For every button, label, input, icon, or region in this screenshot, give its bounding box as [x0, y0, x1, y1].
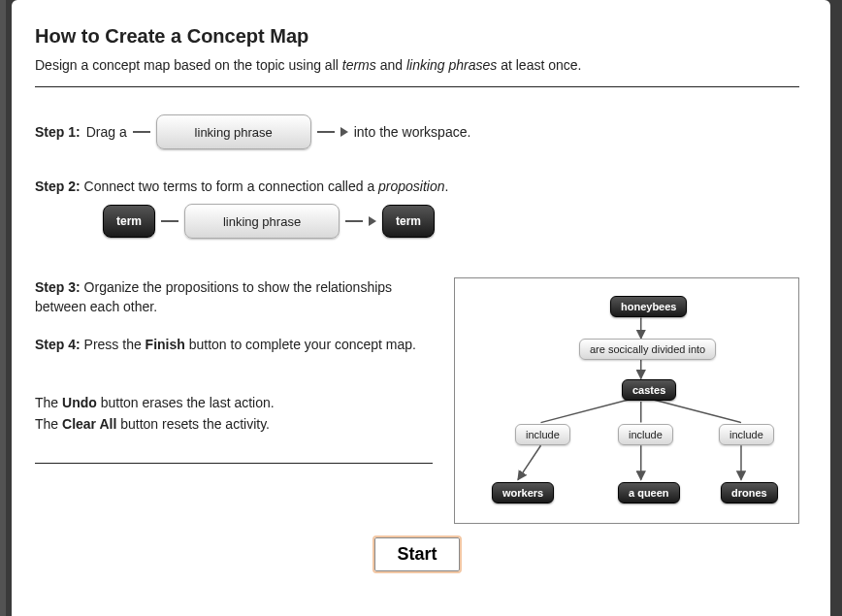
node-divided: are socically divided into — [579, 339, 716, 360]
linking-phrase-token: linking phrase — [156, 114, 311, 149]
arrow-right-icon — [369, 216, 376, 226]
page-title: How to Create a Concept Map — [35, 25, 799, 48]
step-1-pre: Drag a — [86, 124, 127, 140]
undo-bold: Undo — [62, 395, 97, 410]
undo-text: The Undo button erases the last action. — [35, 393, 433, 412]
step-2-pre: Connect two terms to form a connection c… — [84, 178, 378, 194]
step-2-text: Step 2: Connect two terms to form a conn… — [35, 178, 799, 194]
undo-post: button erases the last action. — [97, 395, 275, 410]
node-include-1: include — [515, 424, 570, 445]
step-2-tokens: term linking phrase term — [103, 204, 799, 239]
intro-linking: linking phrases — [406, 57, 497, 73]
step-4-finish: Finish — [146, 337, 185, 352]
svg-line-4 — [654, 400, 741, 423]
clear-post: button resets the activity. — [116, 416, 270, 432]
node-include-2: include — [618, 424, 673, 445]
svg-line-2 — [541, 400, 629, 423]
term-token: term — [103, 205, 155, 238]
arrow-right-icon — [340, 127, 348, 137]
step-4-post: button to complete your concept map. — [185, 337, 416, 352]
clear-bold: Clear All — [62, 416, 116, 432]
connector-line-icon — [345, 220, 363, 222]
step-4-label: Step 4: — [35, 337, 81, 352]
divider — [35, 86, 799, 87]
intro-text: Design a concept map based on the topic … — [35, 57, 799, 73]
instructions-modal: How to Create a Concept Map Design a con… — [12, 0, 830, 616]
clear-pre: The — [35, 416, 62, 432]
divider — [35, 463, 433, 464]
node-include-3: include — [719, 424, 774, 445]
node-honeybees: honeybees — [610, 296, 687, 317]
clear-text: The Clear All button resets the activity… — [35, 414, 433, 434]
start-button[interactable]: Start — [374, 537, 459, 571]
step-1-post: into the workspace. — [354, 124, 471, 140]
step-3-text: Step 3: Organize the propositions to sho… — [35, 277, 433, 317]
connector-line-icon — [133, 131, 150, 133]
connector-line-icon — [161, 220, 178, 222]
node-workers: workers — [492, 482, 554, 503]
svg-line-5 — [518, 445, 541, 479]
intro-prefix: Design a concept map based on the topic … — [35, 57, 342, 73]
node-queen: a queen — [618, 482, 680, 503]
example-diagram: honeybees are socically divided into cas… — [454, 277, 799, 524]
step-3-body: Organize the propositions to show the re… — [35, 279, 392, 314]
left-column: Step 3: Organize the propositions to sho… — [35, 277, 433, 464]
step-2-post: . — [445, 178, 449, 194]
node-drones: drones — [721, 482, 778, 503]
intro-terms: terms — [342, 57, 376, 73]
undo-pre: The — [35, 395, 62, 410]
step-1-label: Step 1: — [35, 124, 81, 140]
node-castes: castes — [622, 379, 676, 401]
connector-line-icon — [317, 131, 335, 133]
step-2-label: Step 2: — [35, 178, 81, 194]
linking-phrase-token: linking phrase — [184, 204, 340, 239]
step-2-em: proposition — [378, 178, 445, 194]
term-token: term — [382, 205, 435, 238]
step-3-label: Step 3: — [35, 279, 81, 295]
intro-mid: and — [376, 57, 406, 73]
sidebar-background — [0, 0, 6, 616]
intro-suffix: at least once. — [497, 57, 581, 73]
step-1-row: Step 1: Drag a linking phrase into the w… — [35, 114, 799, 149]
step-4-text: Step 4: Press the Finish button to compl… — [35, 335, 433, 354]
step-4-pre: Press the — [81, 337, 146, 352]
